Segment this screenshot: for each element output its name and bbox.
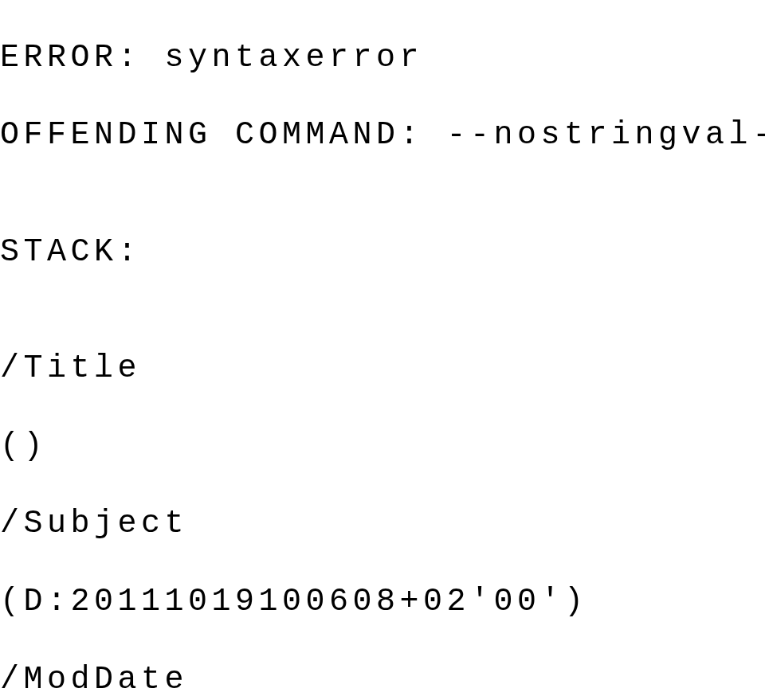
line-offending-command: OFFENDING COMMAND: --nostringval--: [0, 116, 765, 155]
line-moddate-key: /ModDate: [0, 661, 765, 700]
line-stack-header: STACK:: [0, 233, 765, 272]
line-subject-value: (D:20111019100608+02'00'): [0, 583, 765, 622]
line-title-key: /Title: [0, 350, 765, 389]
line-error: ERROR: syntaxerror: [0, 39, 765, 78]
error-dump-text: ERROR: syntaxerror OFFENDING COMMAND: --…: [0, 0, 765, 700]
line-title-value: (): [0, 428, 765, 467]
line-subject-key: /Subject: [0, 505, 765, 544]
